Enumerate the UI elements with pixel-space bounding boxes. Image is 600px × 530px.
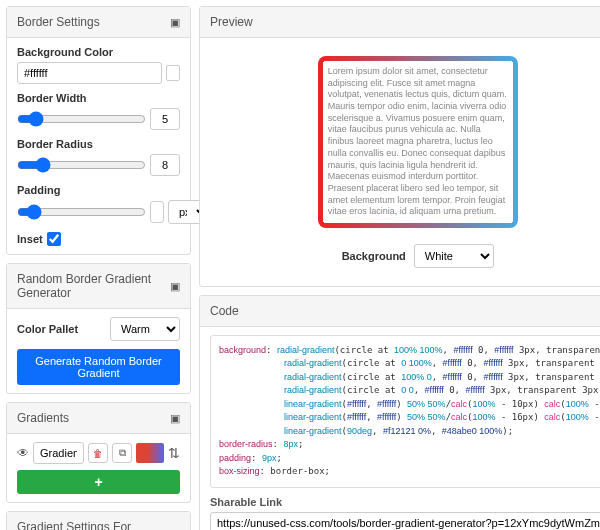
collapse-icon[interactable]: ▣ <box>170 16 180 29</box>
padding-label: Padding <box>17 184 180 196</box>
padding-input[interactable] <box>150 201 164 223</box>
eye-icon[interactable]: 👁 <box>17 446 29 460</box>
gradients-title: Gradients <box>17 411 69 425</box>
gradient-settings-panel: Gradient Settings For Gradient 1▣ <box>6 511 191 530</box>
inset-label: Inset <box>17 233 43 245</box>
color-swatch[interactable] <box>166 65 180 81</box>
border-radius-slider[interactable] <box>17 157 146 173</box>
border-width-label: Border Width <box>17 92 180 104</box>
code-output[interactable]: ⧉background: radial-gradient(circle at 1… <box>210 335 600 488</box>
gradient-name-input[interactable] <box>33 442 84 464</box>
random-title: Random Border Gradient Generator <box>17 272 170 300</box>
gradient-row: 👁 🗑 ⧉ ⇅ <box>17 442 180 464</box>
preview-bg-select[interactable]: White <box>414 244 494 268</box>
preview-box: Lorem ipsum dolor sit amet, consectetur … <box>318 56 518 228</box>
delete-button[interactable]: 🗑 <box>88 443 108 463</box>
border-settings-title: Border Settings <box>17 15 100 29</box>
collapse-icon[interactable]: ▣ <box>170 412 180 425</box>
inset-checkbox[interactable] <box>47 232 61 246</box>
pallet-select[interactable]: Warm <box>110 317 180 341</box>
sharable-link-input[interactable] <box>210 512 600 530</box>
preview-title: Preview <box>210 15 253 29</box>
link-label: Sharable Link <box>210 488 600 512</box>
generate-button[interactable]: Generate Random Border Gradient <box>17 349 180 385</box>
code-panel: Code ⧉background: radial-gradient(circle… <box>199 295 600 530</box>
code-title: Code <box>210 304 239 318</box>
collapse-icon[interactable]: ▣ <box>170 280 180 293</box>
pallet-label: Color Pallet <box>17 323 106 335</box>
preview-panel: Preview Lorem ipsum dolor sit amet, cons… <box>199 6 600 287</box>
border-width-slider[interactable] <box>17 111 146 127</box>
gradient-settings-title: Gradient Settings For Gradient 1 <box>17 520 170 530</box>
border-radius-label: Border Radius <box>17 138 180 150</box>
gradient-swatch[interactable] <box>136 443 164 463</box>
border-radius-input[interactable] <box>150 154 180 176</box>
random-generator-panel: Random Border Gradient Generator▣ Color … <box>6 263 191 394</box>
drag-handle-icon[interactable]: ⇅ <box>168 445 180 461</box>
bg-color-label: Background Color <box>17 46 180 58</box>
add-gradient-button[interactable]: + <box>17 470 180 494</box>
gradients-panel: Gradients▣ 👁 🗑 ⧉ ⇅ + <box>6 402 191 503</box>
border-width-input[interactable] <box>150 108 180 130</box>
bg-color-input[interactable] <box>17 62 162 84</box>
preview-bg-label: Background <box>342 250 406 262</box>
border-settings-panel: Border Settings▣ Background Color Border… <box>6 6 191 255</box>
copy-gradient-button[interactable]: ⧉ <box>112 443 132 463</box>
padding-slider[interactable] <box>17 204 146 220</box>
